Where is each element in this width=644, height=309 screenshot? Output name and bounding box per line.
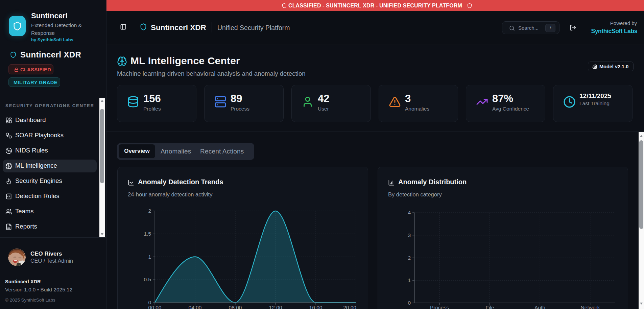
svg-text:Process: Process [430,305,449,309]
svg-text:Auth: Auth [534,305,545,309]
svg-text:Network: Network [581,305,600,309]
svg-text:1: 1 [148,254,151,260]
svg-text:12:00: 12:00 [269,305,282,309]
svg-text:00:00: 00:00 [148,305,162,309]
svg-text:0: 0 [408,300,411,306]
svg-text:3: 3 [408,232,411,238]
svg-text:2: 2 [408,255,411,261]
svg-text:04:00: 04:00 [189,305,202,309]
svg-text:2: 2 [148,208,151,214]
svg-text:0.5: 0.5 [144,277,151,282]
svg-text:1.5: 1.5 [144,231,151,237]
svg-text:08:00: 08:00 [229,305,242,309]
svg-text:20:00: 20:00 [343,305,356,309]
svg-text:4: 4 [408,210,411,215]
svg-text:File: File [486,305,494,309]
svg-text:16:00: 16:00 [309,305,323,309]
svg-text:1: 1 [408,277,411,283]
